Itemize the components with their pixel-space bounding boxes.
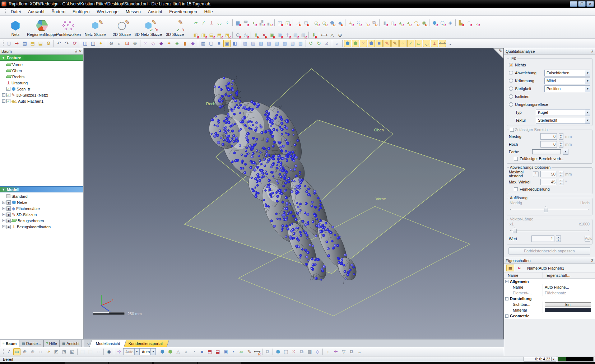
toolbar-grip[interactable] [5,9,6,14]
farbleisten-button[interactable]: Farbleistenbereich anpassen [508,247,590,255]
radio-abweichung[interactable] [509,71,513,75]
zb-verbinden-checkbox[interactable] [514,157,518,161]
menu-item-erweiterungen[interactable]: Erweiterungen [166,8,200,15]
feature-item-oben[interactable]: Oben [1,67,83,74]
col-value[interactable]: Eigenschaft... [543,272,572,278]
rotate-right-icon[interactable]: ↻ [315,40,322,47]
property-row-element[interactable]: Element-...Flächensatz [504,290,595,296]
select-line-icon[interactable]: ∕ [5,348,13,355]
point-solid-icon[interactable]: ◆ [158,40,165,47]
menu-item-ndern[interactable]: Ändern [48,8,69,15]
feature-item-scantr[interactable]: ✓⬢Scan_tr [1,86,83,92]
import-icon[interactable]: ➡ [13,40,20,47]
close-icon[interactable]: ✕ [79,49,82,53]
strip-overflow-icon[interactable]: ⌄ [356,348,363,355]
refit-points-icon[interactable]: ⁙ [290,348,297,355]
visibility-eye-icon[interactable]: ◉ [6,206,11,211]
feature-item-vorne[interactable]: Vorne [1,61,83,67]
pattern-grid-icon[interactable]: ⁙R [355,19,362,26]
select-ellipse-icon[interactable]: ⊕ [29,348,36,355]
rotate-left-icon[interactable]: ↺ [307,40,315,47]
property-row-sichtbar[interactable]: Sichtbar...Ein [504,302,595,307]
fillet-icon[interactable]: ◵R [313,19,320,26]
panel-tab-darste[interactable]: ▤Darste... [19,340,43,347]
filter-poly-vertex-icon[interactable]: ▲ [182,348,190,355]
toggle-points-visibility-icon[interactable]: ⁘ [399,40,406,47]
shell-icon[interactable]: ⬟R [329,19,336,26]
measure-distance-icon[interactable]: ⟷ [321,31,328,38]
new-document-icon[interactable]: ▢ [5,40,13,47]
feature-item-rechts[interactable]: Rechts [1,74,83,80]
toolbar-grip[interactable] [3,40,4,47]
split-mesh-icon[interactable]: ▥R [276,31,283,38]
property-row-name[interactable]: NameAuto Fläche... [504,284,595,290]
col-name[interactable]: Name [504,272,543,278]
wireframe-mode-icon[interactable]: ▦ [200,40,207,47]
sketch-trim-icon[interactable]: ◨R [200,31,207,38]
view-iso-icon[interactable]: ▧ [289,40,296,47]
filter-edge-icon[interactable]: ⬓ [214,348,221,355]
surface-fit-icon[interactable]: ◈ [447,19,454,26]
surface-untrim-icon[interactable]: ⊟R [302,19,310,26]
toggle-curve-visibility-icon[interactable]: ∕ [407,40,414,47]
dropdown-krümmung[interactable]: Mittel▼ [544,78,590,84]
measure-tool-icon[interactable]: ↕ [324,348,331,355]
regionengruppe-button[interactable]: RegionenGruppe [29,17,55,37]
mirror-feature-icon[interactable]: ⧉R [371,19,378,26]
dropdown-stetigkeit[interactable]: Position▼ [544,85,590,92]
slider-thumb[interactable] [544,206,548,212]
filter-solid-icon[interactable]: ▣ [222,348,229,355]
value-input[interactable]: 0 [540,141,557,148]
filter-triangle-icon[interactable]: ▼ [2,56,5,60]
file-options-icon[interactable]: ⚙ [45,40,52,47]
spinner-arrows[interactable]: ▲▼ [559,179,563,185]
slider-thumb[interactable] [513,228,517,233]
wert-spinner[interactable]: ▲▼ [556,235,561,242]
radio-nichts[interactable] [509,63,513,67]
minimize-button[interactable]: — [570,1,577,7]
cylinder-hollow-icon[interactable]: ▯R [389,19,396,26]
view-bottom-icon[interactable]: ▨ [281,40,288,47]
view-front-icon[interactable]: ▧ [242,40,249,47]
zoom-area-icon[interactable]: ⊡ [124,40,131,47]
ref-points-icon[interactable]: ⁘ [224,19,231,26]
chevron-down-icon[interactable]: ▼ [134,349,139,355]
modell-item-bezugskoordinaten[interactable]: +◉⊥Bezugskoordinaten [1,224,83,230]
chevron-down-icon[interactable]: ▼ [585,70,590,76]
property-group-geometrie[interactable]: −Geometrie [504,313,595,319]
checkbox-checked[interactable]: ✓ [6,93,10,97]
move-points-icon[interactable]: ✛ [332,348,339,355]
visibility-eye-icon[interactable]: ◉ [6,219,11,223]
chevron-down-icon[interactable]: ▼ [585,109,590,116]
pin-icon[interactable]: ⊼ [591,258,594,262]
farbe-dropdown-icon[interactable]: ▼ [563,149,568,155]
menu-item-ansicht[interactable]: Ansicht [144,8,166,15]
feature-item-3dskizze1netz[interactable]: +✓✎3D-Skizze1 (Netz) [1,92,83,98]
menu-item-auswahl[interactable]: Auswahl [24,8,48,15]
select-circle-icon[interactable]: ⊕ [21,348,28,355]
farbe-bar[interactable] [532,149,561,154]
panel-tab-baum[interactable]: ⌗Baum [0,340,19,347]
export-file-icon[interactable]: ⬓ [37,40,44,47]
filter-sketch-icon[interactable]: ✎ [246,348,253,355]
property-row-material[interactable]: Material [504,307,595,313]
radio-umgebungsreflexe[interactable] [509,102,513,107]
menu-item-messen[interactable]: Messen [122,8,144,15]
zoom-in-icon[interactable]: ⊕ [131,40,139,47]
modell-item-standard[interactable]: Standard [1,193,83,199]
edit-mesh-icon[interactable]: ▣R [268,31,275,38]
modell-section-header[interactable]: ▼ Modell [0,186,83,192]
maximize-button[interactable]: ❐ [578,1,586,7]
property-group-darstellung[interactable]: −Darstellung [504,296,595,302]
filter-top-face-icon[interactable]: ⬒ [206,348,213,355]
2d-skizze-button[interactable]: ◯✎2D-Skizze [108,17,135,37]
pin-icon[interactable]: ⊼ [591,49,594,53]
view-top-icon[interactable]: ▧ [273,40,280,47]
visibility-eye-icon[interactable]: ◉ [6,225,11,229]
vector-length-slider[interactable] [510,227,589,234]
categorized-view-button[interactable]: ▦ [506,265,514,271]
value-button[interactable]: Ein [545,302,591,307]
surface-trim-icon[interactable]: ◿R [294,19,302,26]
toggle-coordinate-visibility-icon[interactable]: ⊥ [431,40,438,47]
radio-stetigkeit[interactable] [509,87,513,91]
